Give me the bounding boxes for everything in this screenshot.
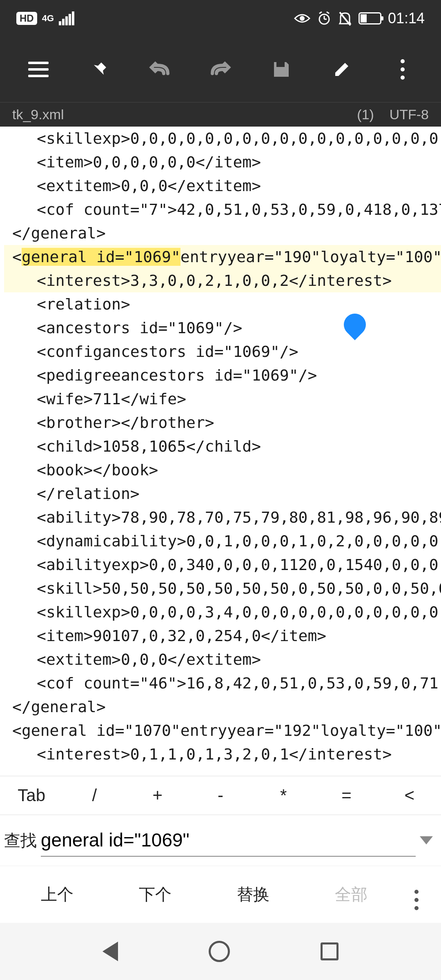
- encoding-label: UTF-8: [390, 107, 429, 122]
- replace-all-button[interactable]: 全部: [302, 883, 400, 906]
- hd-badge: HD: [16, 12, 37, 25]
- file-info-bar: tk_9.xml (1) UTF-8: [0, 102, 441, 127]
- menu-button[interactable]: [8, 37, 69, 102]
- overflow-button[interactable]: [372, 37, 433, 102]
- symbol-toolbar: Tab/+-*=<: [0, 776, 441, 815]
- find-overflow-button[interactable]: [400, 879, 433, 910]
- status-bar: HD 4G 01:14: [0, 0, 441, 37]
- filename-label: tk_9.xml: [12, 107, 64, 122]
- undo-icon: [147, 61, 172, 78]
- symbol-key[interactable]: +: [126, 786, 189, 805]
- clock-text: 01:14: [388, 10, 425, 27]
- save-icon: [272, 60, 291, 79]
- recent-square-icon: [321, 942, 339, 960]
- home-circle-icon: [209, 941, 230, 962]
- code-line[interactable]: <extitem>0,0,0</extitem>: [4, 174, 441, 198]
- code-line[interactable]: <cof count="46">16,8,42,0,51,0,53,0,59,0…: [4, 671, 441, 695]
- find-actions: 上个 下个 替换 全部: [0, 866, 441, 923]
- code-line[interactable]: </general>: [4, 221, 441, 245]
- app-toolbar: [0, 37, 441, 102]
- code-line[interactable]: <ancestors id="1069"/>: [4, 316, 441, 340]
- more-vertical-icon: [414, 890, 419, 910]
- code-editor[interactable]: <skillexp>0,0,0,0,0,0,0,0,0,0,0,0,0,0,0,…: [0, 127, 441, 776]
- code-line[interactable]: </general>: [4, 695, 441, 719]
- code-line[interactable]: <child>1058,1065</child>: [4, 434, 441, 458]
- code-line[interactable]: <skillexp>0,0,0,0,0,0,0,0,0,0,0,0,0,0,0,…: [4, 127, 441, 150]
- symbol-key[interactable]: Tab: [0, 786, 63, 805]
- code-line[interactable]: <abilityexp>0,0,340,0,0,0,1120,0,1540,0,…: [4, 553, 441, 577]
- redo-button[interactable]: [190, 37, 251, 102]
- code-line[interactable]: </relation>: [4, 482, 441, 506]
- code-line[interactable]: <relation>: [4, 292, 441, 316]
- nav-home-button[interactable]: [209, 941, 230, 962]
- code-line[interactable]: <configancestors id="1069"/>: [4, 340, 441, 363]
- back-triangle-icon: [102, 942, 118, 961]
- code-line[interactable]: <ability>78,90,78,70,75,79,80,81,98,96,9…: [4, 506, 441, 529]
- code-line[interactable]: <extitem>0,0,0</extitem>: [4, 648, 441, 671]
- redo-icon: [208, 61, 233, 78]
- search-match: general id="1069": [22, 248, 180, 266]
- save-button[interactable]: [251, 37, 312, 102]
- replace-button[interactable]: 替换: [204, 883, 302, 906]
- network-label: 4G: [42, 13, 54, 24]
- symbol-key[interactable]: -: [189, 786, 252, 805]
- code-line[interactable]: <skill>50,50,50,50,50,50,50,0,50,50,0,0,…: [4, 577, 441, 600]
- find-input[interactable]: [41, 824, 416, 857]
- find-label: 查找: [4, 829, 37, 852]
- svg-line-5: [327, 12, 329, 13]
- code-line[interactable]: <book></book>: [4, 458, 441, 482]
- alarm-icon: [317, 11, 332, 26]
- hamburger-icon: [28, 62, 49, 77]
- system-nav-bar: [0, 923, 441, 980]
- find-next-button[interactable]: 下个: [106, 883, 204, 906]
- code-line[interactable]: <general id="1069"entryyear="190"loyalty…: [4, 245, 441, 269]
- pencil-icon: [332, 60, 352, 79]
- nav-recent-button[interactable]: [321, 942, 339, 960]
- find-prev-button[interactable]: 上个: [8, 883, 106, 906]
- battery-icon: [359, 12, 381, 24]
- dropdown-icon[interactable]: [420, 836, 433, 844]
- code-line[interactable]: <interest>3,3,0,0,2,1,0,0,2</interest>: [4, 269, 441, 292]
- symbol-key[interactable]: *: [252, 786, 315, 805]
- more-vertical-icon: [401, 59, 405, 80]
- eye-icon: [294, 13, 310, 24]
- code-line[interactable]: <item>0,0,0,0,0,0</item>: [4, 150, 441, 174]
- code-line[interactable]: <item>90107,0,32,0,254,0</item>: [4, 624, 441, 648]
- signal-icon: [59, 11, 74, 25]
- svg-point-0: [300, 16, 305, 21]
- mute-icon: [338, 11, 352, 26]
- symbol-key[interactable]: =: [315, 786, 378, 805]
- nav-back-button[interactable]: [102, 942, 118, 961]
- code-line[interactable]: <wife>711</wife>: [4, 387, 441, 411]
- edit-button[interactable]: [312, 37, 372, 102]
- find-bar: 查找: [0, 815, 441, 866]
- pin-button[interactable]: [69, 37, 130, 102]
- code-line[interactable]: <brother></brother>: [4, 411, 441, 434]
- symbol-key[interactable]: <: [378, 786, 441, 805]
- pin-icon: [89, 59, 109, 80]
- code-line[interactable]: <general id="1070"entryyear="192"loyalty…: [4, 719, 441, 742]
- undo-button[interactable]: [129, 37, 190, 102]
- code-line[interactable]: <skillexp>0,0,0,0,3,4,0,0,0,0,0,0,0,0,0,…: [4, 600, 441, 624]
- code-line[interactable]: <dynamicability>0,0,1,0,0,0,1,0,2,0,0,0,…: [4, 529, 441, 553]
- svg-line-4: [319, 12, 322, 13]
- code-line[interactable]: <pedigreeancestors id="1069"/>: [4, 363, 441, 387]
- symbol-key[interactable]: /: [63, 786, 126, 805]
- code-line[interactable]: <cof count="7">42,0,51,0,53,0,59,0,418,0…: [4, 198, 441, 221]
- match-count: (1): [357, 107, 374, 122]
- code-line[interactable]: <interest>0,1,1,0,1,3,2,0,1</interest>: [4, 742, 441, 766]
